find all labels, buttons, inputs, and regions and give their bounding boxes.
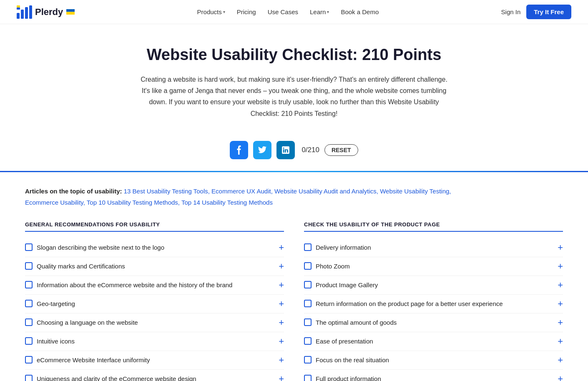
linkedin-share-button[interactable] xyxy=(276,141,295,159)
checkbox-product-6[interactable] xyxy=(304,356,312,363)
item-label: Focus on the real situation xyxy=(316,356,389,365)
navigation: Plerdy Products ▾ Pricing Use Cases Lear… xyxy=(0,0,588,24)
item-label: Intuitive icons xyxy=(37,337,75,346)
checkbox-product-2[interactable] xyxy=(304,281,312,288)
checklist-item: Choosing a language on the website+ xyxy=(25,313,284,332)
nav-learn[interactable]: Learn ▾ xyxy=(310,8,329,15)
checklist-item: Photo Zoom+ xyxy=(304,257,563,276)
checkbox-general-2[interactable] xyxy=(25,281,33,288)
nav-pricing[interactable]: Pricing xyxy=(237,8,256,15)
expand-button-product-4[interactable]: + xyxy=(558,318,563,327)
expand-button-general-4[interactable]: + xyxy=(279,318,284,327)
expand-button-product-0[interactable]: + xyxy=(558,243,563,252)
checklist-grid: GENERAL RECOMMENDATIONS FOR USABILITYSlo… xyxy=(25,221,563,381)
expand-button-general-6[interactable]: + xyxy=(279,356,284,365)
section-title-general: GENERAL RECOMMENDATIONS FOR USABILITY xyxy=(25,221,284,232)
checkbox-product-0[interactable] xyxy=(304,243,312,251)
checklist-item: eCommerce Website Interface uniformity+ xyxy=(25,351,284,370)
checkbox-general-6[interactable] xyxy=(25,356,33,363)
svg-rect-4 xyxy=(17,5,20,8)
expand-button-product-7[interactable]: + xyxy=(558,374,563,381)
article-link-3[interactable]: Website Usability Audit and Analytics, xyxy=(274,188,380,195)
svg-rect-7 xyxy=(66,12,75,15)
expand-button-general-1[interactable]: + xyxy=(279,262,284,271)
expand-button-general-7[interactable]: + xyxy=(279,374,284,381)
svg-rect-6 xyxy=(66,9,75,12)
article-link-4[interactable]: Website Usability Testing, xyxy=(380,188,451,195)
checkbox-product-7[interactable] xyxy=(304,375,312,381)
expand-button-general-2[interactable]: + xyxy=(279,281,284,290)
nav-actions: Sign In Try It Free xyxy=(501,5,571,19)
checkbox-general-0[interactable] xyxy=(25,243,33,251)
item-label: Information about the eCommerce website … xyxy=(37,281,232,290)
checklist-section-product: CHECK THE USABILITY OF THE PRODUCT PAGED… xyxy=(304,221,563,381)
checkbox-general-1[interactable] xyxy=(25,262,33,270)
try-free-button[interactable]: Try It Free xyxy=(526,5,571,19)
articles-section: Articles on the topic of usability: 13 B… xyxy=(25,185,563,208)
main-content: Articles on the topic of usability: 13 B… xyxy=(0,172,588,381)
svg-rect-1 xyxy=(21,10,24,19)
expand-button-product-6[interactable]: + xyxy=(558,356,563,365)
social-row: 0/210 RESET xyxy=(0,131,588,171)
item-label: Slogan describing the website next to th… xyxy=(37,243,164,252)
checklist-item: Intuitive icons+ xyxy=(25,332,284,351)
chevron-down-icon: ▾ xyxy=(327,10,329,14)
svg-rect-0 xyxy=(17,13,20,19)
svg-rect-5 xyxy=(17,8,20,10)
item-label: Choosing a language on the website xyxy=(37,318,138,327)
twitter-share-button[interactable] xyxy=(253,141,271,159)
article-link-5[interactable]: Ecommerce Usability, xyxy=(25,199,87,206)
logo[interactable]: Plerdy xyxy=(17,5,75,19)
item-label: Delivery information xyxy=(316,243,371,252)
item-label: Product Image Gallery xyxy=(316,281,378,290)
article-link-6[interactable]: Top 10 Usability Testing Methods, xyxy=(87,199,181,206)
article-link-7[interactable]: Top 14 Usability Testing Methods xyxy=(181,199,273,206)
hero-description: Creating a website is hard work, but mak… xyxy=(136,74,452,119)
expand-button-product-3[interactable]: + xyxy=(558,299,563,308)
checklist-item: Quality marks and Certifications+ xyxy=(25,257,284,276)
checklist-item: Delivery information+ xyxy=(304,238,563,257)
expand-button-product-1[interactable]: + xyxy=(558,262,563,271)
nav-products[interactable]: Products ▾ xyxy=(197,8,225,15)
checkbox-product-1[interactable] xyxy=(304,262,312,270)
item-label: Full product information xyxy=(316,374,381,381)
hero-section: Website Usability Checklist: 210 Points … xyxy=(0,24,588,131)
article-link-2[interactable]: Ecommerce UX Audit, xyxy=(211,188,274,195)
checklist-item: Return information on the product page f… xyxy=(304,295,563,313)
expand-button-general-3[interactable]: + xyxy=(279,299,284,308)
checkbox-general-5[interactable] xyxy=(25,337,33,345)
checklist-item: Information about the eCommerce website … xyxy=(25,276,284,295)
checklist-item: Uniqueness and clarity of the eCommerce … xyxy=(25,370,284,381)
item-label: Photo Zoom xyxy=(316,262,350,271)
reset-button[interactable]: RESET xyxy=(324,144,358,156)
checkbox-general-3[interactable] xyxy=(25,300,33,307)
item-label: Uniqueness and clarity of the eCommerce … xyxy=(37,374,196,381)
signin-button[interactable]: Sign In xyxy=(501,8,521,15)
chevron-down-icon: ▾ xyxy=(223,10,225,14)
checklist-item: Focus on the real situation+ xyxy=(304,351,563,370)
section-title-product: CHECK THE USABILITY OF THE PRODUCT PAGE xyxy=(304,221,563,232)
item-label: The optimal amount of goods xyxy=(316,318,397,327)
nav-links: Products ▾ Pricing Use Cases Learn ▾ Boo… xyxy=(197,8,379,15)
articles-label: Articles on the topic of usability: xyxy=(25,188,122,195)
item-label: eCommerce Website Interface uniformity xyxy=(37,356,150,365)
nav-book-demo[interactable]: Book a Demo xyxy=(341,8,379,15)
checkbox-general-4[interactable] xyxy=(25,318,33,326)
nav-use-cases[interactable]: Use Cases xyxy=(268,8,298,15)
expand-button-product-5[interactable]: + xyxy=(558,337,563,346)
article-link-1[interactable]: 13 Best Usability Testing Tools, xyxy=(124,188,211,195)
facebook-share-button[interactable] xyxy=(230,141,248,159)
expand-button-product-2[interactable]: + xyxy=(558,281,563,290)
checklist-item: Slogan describing the website next to th… xyxy=(25,238,284,257)
svg-rect-2 xyxy=(25,7,28,19)
expand-button-general-5[interactable]: + xyxy=(279,337,284,346)
checkbox-product-5[interactable] xyxy=(304,337,312,345)
checklist-item: Geo-targeting+ xyxy=(25,295,284,313)
checkbox-general-7[interactable] xyxy=(25,375,33,381)
checklist-item: The optimal amount of goods+ xyxy=(304,313,563,332)
progress-counter: 0/210 xyxy=(302,146,319,154)
checkbox-product-3[interactable] xyxy=(304,300,312,307)
expand-button-general-0[interactable]: + xyxy=(279,243,284,252)
checkbox-product-4[interactable] xyxy=(304,318,312,326)
page-title: Website Usability Checklist: 210 Points xyxy=(17,46,571,64)
